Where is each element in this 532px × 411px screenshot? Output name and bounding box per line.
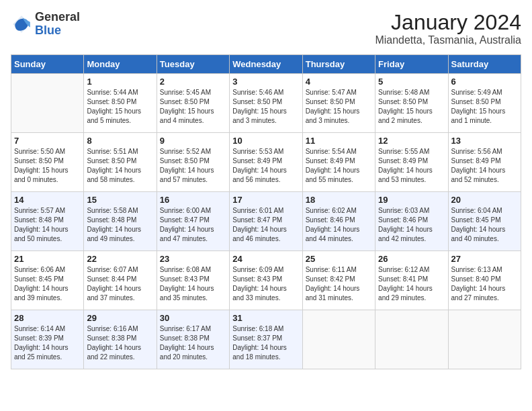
sunrise-text: Sunrise: 6:13 AM (451, 266, 502, 273)
sunset-text: Sunset: 8:41 PM (378, 275, 428, 283)
daylight-text: Daylight: 14 hours and 29 minutes. (378, 285, 433, 302)
calendar-cell (302, 310, 375, 369)
daylight-text: Daylight: 14 hours and 47 minutes. (160, 226, 214, 242)
day-number: 26 (378, 254, 445, 264)
sunset-text: Sunset: 8:48 PM (87, 216, 136, 224)
sunrise-text: Sunrise: 6:14 AM (14, 325, 65, 332)
calendar-week-row: 21 Sunrise: 6:06 AM Sunset: 8:45 PM Dayl… (11, 251, 521, 310)
daylight-text: Daylight: 14 hours and 20 minutes. (160, 344, 214, 361)
calendar-cell: 14 Sunrise: 5:57 AM Sunset: 8:48 PM Dayl… (11, 192, 84, 251)
cell-info: Sunrise: 6:01 AM Sunset: 8:47 PM Dayligh… (232, 206, 299, 244)
daylight-text: Daylight: 14 hours and 52 minutes. (451, 167, 506, 183)
cell-info: Sunrise: 5:55 AM Sunset: 8:49 PM Dayligh… (378, 147, 445, 185)
sunset-text: Sunset: 8:44 PM (87, 275, 136, 283)
sunset-text: Sunset: 8:46 PM (378, 216, 428, 224)
daylight-text: Daylight: 14 hours and 35 minutes. (160, 285, 214, 302)
sunset-text: Sunset: 8:43 PM (232, 275, 282, 283)
col-sunday: Sunday (11, 55, 84, 74)
daylight-text: Daylight: 14 hours and 49 minutes. (87, 226, 141, 242)
cell-info: Sunrise: 6:11 AM Sunset: 8:42 PM Dayligh… (306, 265, 372, 303)
day-number: 20 (451, 195, 518, 205)
sunrise-text: Sunrise: 5:45 AM (160, 89, 211, 96)
day-number: 12 (378, 136, 445, 146)
title-block: January 2024 Miandetta, Tasmania, Austra… (375, 11, 521, 46)
daylight-text: Daylight: 15 hours and 3 minutes. (306, 107, 360, 124)
cell-info: Sunrise: 6:02 AM Sunset: 8:46 PM Dayligh… (306, 206, 372, 244)
daylight-text: Daylight: 14 hours and 42 minutes. (378, 226, 433, 242)
day-number: 22 (87, 254, 153, 264)
cell-info: Sunrise: 6:06 AM Sunset: 8:45 PM Dayligh… (14, 265, 81, 303)
day-number: 21 (14, 254, 81, 264)
day-number: 14 (14, 195, 81, 205)
sunset-text: Sunset: 8:49 PM (232, 157, 282, 165)
day-number: 25 (306, 254, 372, 264)
calendar-cell: 12 Sunrise: 5:55 AM Sunset: 8:49 PM Dayl… (375, 133, 448, 192)
sunset-text: Sunset: 8:38 PM (87, 334, 136, 342)
calendar-cell: 27 Sunrise: 6:13 AM Sunset: 8:40 PM Dayl… (448, 251, 521, 310)
calendar-cell: 9 Sunrise: 5:52 AM Sunset: 8:50 PM Dayli… (157, 133, 229, 192)
cell-info: Sunrise: 5:50 AM Sunset: 8:50 PM Dayligh… (14, 147, 81, 185)
day-number: 2 (160, 77, 226, 87)
sunset-text: Sunset: 8:42 PM (306, 275, 355, 283)
sunset-text: Sunset: 8:39 PM (14, 334, 64, 342)
calendar-cell: 28 Sunrise: 6:14 AM Sunset: 8:39 PM Dayl… (11, 310, 84, 369)
cell-info: Sunrise: 5:49 AM Sunset: 8:50 PM Dayligh… (451, 88, 518, 126)
calendar-week-row: 14 Sunrise: 5:57 AM Sunset: 8:48 PM Dayl… (11, 192, 521, 251)
cell-info: Sunrise: 5:56 AM Sunset: 8:49 PM Dayligh… (451, 147, 518, 185)
daylight-text: Daylight: 15 hours and 4 minutes. (160, 107, 214, 124)
day-number: 28 (14, 313, 81, 323)
sunrise-text: Sunrise: 6:03 AM (378, 207, 429, 214)
calendar-cell (11, 74, 84, 133)
sunrise-text: Sunrise: 6:06 AM (14, 266, 65, 273)
sunset-text: Sunset: 8:50 PM (378, 98, 428, 105)
sunrise-text: Sunrise: 5:56 AM (451, 148, 502, 155)
daylight-text: Daylight: 15 hours and 2 minutes. (378, 107, 433, 124)
daylight-text: Daylight: 14 hours and 40 minutes. (451, 226, 506, 242)
daylight-text: Daylight: 14 hours and 37 minutes. (87, 285, 141, 302)
calendar-header-row: Sunday Monday Tuesday Wednesday Thursday… (11, 55, 521, 74)
sunrise-text: Sunrise: 5:44 AM (87, 89, 138, 96)
calendar-cell: 8 Sunrise: 5:51 AM Sunset: 8:50 PM Dayli… (84, 133, 157, 192)
page-header: General Blue January 2024 Miandetta, Tas… (11, 11, 521, 46)
calendar-cell: 2 Sunrise: 5:45 AM Sunset: 8:50 PM Dayli… (157, 74, 229, 133)
cell-info: Sunrise: 6:09 AM Sunset: 8:43 PM Dayligh… (232, 265, 299, 303)
calendar-cell: 19 Sunrise: 6:03 AM Sunset: 8:46 PM Dayl… (375, 192, 448, 251)
calendar-cell: 6 Sunrise: 5:49 AM Sunset: 8:50 PM Dayli… (448, 74, 521, 133)
calendar-cell: 11 Sunrise: 5:54 AM Sunset: 8:49 PM Dayl… (302, 133, 375, 192)
sunrise-text: Sunrise: 6:01 AM (232, 207, 283, 214)
calendar-cell: 25 Sunrise: 6:11 AM Sunset: 8:42 PM Dayl… (302, 251, 375, 310)
cell-info: Sunrise: 5:57 AM Sunset: 8:48 PM Dayligh… (14, 206, 81, 244)
daylight-text: Daylight: 14 hours and 31 minutes. (306, 285, 360, 302)
sunrise-text: Sunrise: 5:48 AM (378, 89, 429, 96)
cell-info: Sunrise: 5:46 AM Sunset: 8:50 PM Dayligh… (232, 88, 299, 126)
sunrise-text: Sunrise: 5:50 AM (14, 148, 65, 155)
day-number: 18 (306, 195, 372, 205)
day-number: 8 (87, 136, 153, 146)
cell-info: Sunrise: 6:16 AM Sunset: 8:38 PM Dayligh… (87, 324, 153, 362)
cell-info: Sunrise: 6:13 AM Sunset: 8:40 PM Dayligh… (451, 265, 518, 303)
sunrise-text: Sunrise: 6:12 AM (378, 266, 429, 273)
day-number: 16 (160, 195, 226, 205)
col-tuesday: Tuesday (157, 55, 229, 74)
cell-info: Sunrise: 5:54 AM Sunset: 8:49 PM Dayligh… (306, 147, 372, 185)
calendar-cell: 7 Sunrise: 5:50 AM Sunset: 8:50 PM Dayli… (11, 133, 84, 192)
sunrise-text: Sunrise: 5:53 AM (232, 148, 283, 155)
calendar-cell: 26 Sunrise: 6:12 AM Sunset: 8:41 PM Dayl… (375, 251, 448, 310)
daylight-text: Daylight: 15 hours and 1 minute. (451, 107, 506, 124)
daylight-text: Daylight: 14 hours and 55 minutes. (306, 167, 360, 183)
cell-info: Sunrise: 6:12 AM Sunset: 8:41 PM Dayligh… (378, 265, 445, 303)
day-number: 30 (160, 313, 226, 323)
location-title: Miandetta, Tasmania, Australia (375, 34, 521, 46)
day-number: 1 (87, 77, 153, 87)
sunrise-text: Sunrise: 5:58 AM (87, 207, 138, 214)
sunset-text: Sunset: 8:50 PM (306, 98, 355, 105)
day-number: 31 (232, 313, 299, 323)
daylight-text: Daylight: 14 hours and 46 minutes. (232, 226, 287, 242)
col-wednesday: Wednesday (230, 55, 302, 74)
col-monday: Monday (84, 55, 157, 74)
calendar-cell: 5 Sunrise: 5:48 AM Sunset: 8:50 PM Dayli… (375, 74, 448, 133)
col-friday: Friday (375, 55, 448, 74)
day-number: 27 (451, 254, 518, 264)
logo: General Blue (11, 11, 80, 38)
sunrise-text: Sunrise: 5:49 AM (451, 89, 502, 96)
